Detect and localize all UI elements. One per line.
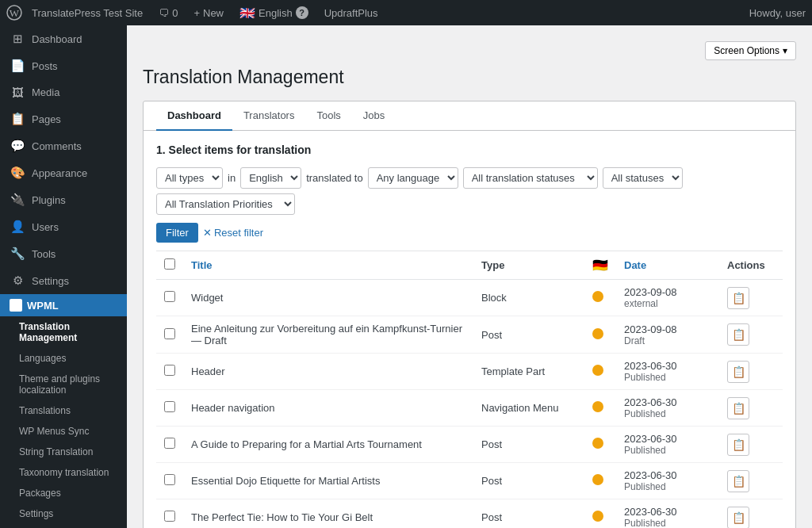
reset-filter-button[interactable]: ✕ Reset filter (203, 227, 263, 239)
row-checkbox-cell (156, 427, 183, 463)
sidebar-item-appearance[interactable]: 🎨 Appearance (0, 159, 127, 186)
row-type: Post (473, 427, 584, 463)
tab-jobs[interactable]: Jobs (352, 101, 396, 131)
table-row: Widget Block 2023-09-08 external 📋 (156, 280, 783, 316)
table-row: Eine Anleitung zur Vorbereitung auf ein … (156, 316, 783, 354)
language-filter[interactable]: English (240, 167, 301, 189)
site-name[interactable]: TranslatePress Test Site (25, 0, 149, 25)
sidebar-item-posts[interactable]: 📄 Posts (0, 52, 127, 79)
row-checkbox[interactable] (164, 291, 175, 302)
translate-action-button[interactable]: 📋 (727, 470, 749, 492)
row-type: Template Part (473, 354, 584, 390)
adminbar-comments[interactable]: 🗨 0 (152, 0, 184, 25)
sidebar-item-label: Plugins (32, 194, 66, 206)
row-checkbox[interactable] (164, 474, 175, 485)
table-row: Header navigation Navigation Menu 2023-0… (156, 390, 783, 427)
row-checkbox[interactable] (164, 511, 175, 522)
tab-tools[interactable]: Tools (305, 101, 351, 131)
new-icon: + (193, 7, 200, 19)
posts-icon: 📄 (10, 59, 25, 73)
sidebar-item-string-translation[interactable]: String Translation (0, 442, 127, 462)
table-header-row: Title Type 🇩🇪 Date Actions (156, 251, 783, 280)
reset-label: Reset filter (214, 227, 263, 239)
translate-icon: 📋 (732, 328, 745, 341)
filter-button[interactable]: Filter (156, 223, 198, 243)
date-value: 2023-06-30 (624, 396, 711, 408)
translate-action-button[interactable]: 📋 (727, 287, 749, 309)
sidebar-wpml-section[interactable]: WPML (0, 294, 127, 316)
new-label: New (203, 7, 224, 19)
table-row: Header Template Part 2023-06-30 Publishe… (156, 354, 783, 390)
sidebar-item-packages[interactable]: Packages (0, 483, 127, 503)
sidebar-item-wp-menus-sync[interactable]: WP Menus Sync (0, 421, 127, 442)
wp-logo[interactable]: W (6, 5, 22, 21)
row-checkbox[interactable] (164, 365, 175, 376)
translate-action-button[interactable]: 📋 (727, 434, 749, 456)
priority-filter[interactable]: All Translation Priorities (156, 193, 295, 215)
row-date: 2023-06-30 Published (616, 463, 719, 499)
wpml-submenu: Translation Management Languages Theme a… (0, 316, 127, 528)
site-name-label: TranslatePress Test Site (32, 7, 143, 19)
row-title: Widget (183, 280, 473, 316)
row-actions: 📋 (719, 354, 783, 390)
translate-action-button[interactable]: 📋 (727, 507, 749, 529)
status-filter[interactable]: All statuses (603, 167, 683, 189)
sidebar-item-languages[interactable]: Languages (0, 348, 127, 369)
sidebar-item-comments[interactable]: 💬 Comments (0, 132, 127, 159)
sidebar-item-wpml-settings[interactable]: Settings (0, 503, 127, 524)
title-column-header[interactable]: Title (183, 251, 473, 280)
tab-translators[interactable]: Translators (232, 101, 306, 131)
sidebar-item-support[interactable]: Support (0, 524, 127, 528)
translation-status-filter[interactable]: All translation statuses (463, 167, 598, 189)
row-type: Post (473, 316, 584, 354)
row-checkbox-cell (156, 354, 183, 390)
sidebar-item-taxonomy-translation[interactable]: Taxonomy translation (0, 462, 127, 483)
adminbar-language[interactable]: 🇬🇧 English ? (233, 0, 315, 25)
screen-options-button[interactable]: Screen Options ▾ (705, 41, 796, 60)
sidebar-item-label: Settings (32, 275, 69, 287)
type-filter[interactable]: All types (156, 167, 223, 189)
translate-action-button[interactable]: 📋 (727, 397, 749, 419)
select-all-checkbox[interactable] (164, 258, 175, 270)
row-title: Header (183, 354, 473, 390)
sidebar-item-media[interactable]: 🖼 Media (0, 79, 127, 105)
row-title: Essential Dojo Etiquette for Martial Art… (183, 463, 473, 499)
status-indicator (592, 401, 603, 412)
sidebar-item-theme-plugins[interactable]: Theme and plugins localization (0, 369, 127, 400)
de-flag-icon: 🇩🇪 (592, 258, 608, 272)
translate-icon: 📋 (732, 475, 745, 488)
date-status: Published (624, 481, 711, 492)
row-checkbox[interactable] (164, 401, 175, 412)
row-checkbox[interactable] (164, 438, 175, 449)
sidebar-item-pages[interactable]: 📋 Pages (0, 105, 127, 132)
row-actions: 📋 (719, 390, 783, 427)
row-title: The Perfect Tie: How to Tie Your Gi Belt (183, 499, 473, 529)
sidebar-item-users[interactable]: 👤 Users (0, 213, 127, 240)
row-checkbox-cell (156, 463, 183, 499)
translate-action-button[interactable]: 📋 (727, 361, 749, 383)
row-date: 2023-09-08 Draft (616, 316, 719, 354)
translate-icon: 📋 (732, 438, 745, 451)
sidebar-item-translation-management[interactable]: Translation Management (0, 316, 127, 348)
tab-dashboard[interactable]: Dashboard (156, 101, 232, 131)
comments-icon: 🗨 (159, 7, 169, 19)
sidebar-item-tools[interactable]: 🔧 Tools (0, 240, 127, 267)
date-status: Published (624, 372, 711, 383)
table-body: Widget Block 2023-09-08 external 📋 Eine … (156, 280, 783, 529)
tools-icon: 🔧 (10, 247, 25, 261)
sidebar-item-plugins[interactable]: 🔌 Plugins (0, 186, 127, 213)
row-actions: 📋 (719, 427, 783, 463)
date-column-header[interactable]: Date (616, 251, 719, 280)
adminbar-new[interactable]: + New (187, 0, 230, 25)
select-all-header (156, 251, 183, 280)
sidebar-item-dashboard[interactable]: ⊞ Dashboard (0, 25, 127, 52)
items-table-wrap: Title Type 🇩🇪 Date Actions (156, 251, 783, 528)
row-checkbox[interactable] (164, 328, 175, 339)
row-checkbox-cell (156, 499, 183, 529)
sidebar-item-settings[interactable]: ⚙ Settings (0, 267, 127, 294)
translate-action-button[interactable]: 📋 (727, 323, 749, 346)
adminbar-updraftplus[interactable]: UpdraftPlus (318, 0, 385, 25)
sidebar-item-translations[interactable]: Translations (0, 400, 127, 421)
any-language-filter[interactable]: Any language (368, 167, 458, 189)
users-icon: 👤 (10, 220, 25, 234)
